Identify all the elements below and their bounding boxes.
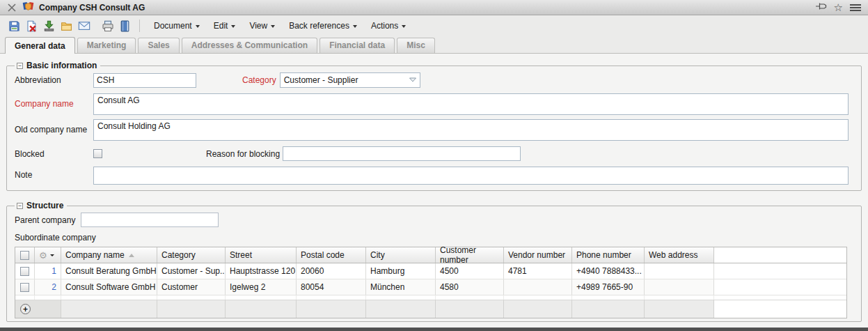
row-checkbox[interactable] (15, 279, 35, 295)
column-header-company-name[interactable]: Company name (61, 247, 157, 263)
column-header-phone-number[interactable]: Phone number (572, 247, 645, 263)
email-icon[interactable] (75, 17, 93, 34)
cell-company-name: Consult Software GmbH (61, 279, 157, 295)
cell-postal-code: 20060 (297, 263, 366, 279)
row-number-link[interactable]: 1 (35, 263, 61, 279)
favorite-star-icon[interactable]: ☆ (834, 3, 843, 13)
column-header-category[interactable]: Category (157, 247, 226, 263)
export-icon[interactable] (40, 17, 58, 34)
report-icon[interactable] (116, 17, 134, 34)
cell-phone-number: +4940 7888433... (572, 263, 645, 279)
column-header-web-address[interactable]: Web address (645, 247, 714, 263)
category-label: Category (242, 75, 276, 85)
old-company-name-field[interactable]: Consult Holding AG (93, 119, 849, 141)
cell-city: Hamburg (366, 263, 436, 279)
cell-street: Igelweg 2 (226, 279, 297, 295)
tab-addresses-communication[interactable]: Addresses & Communication (182, 38, 317, 53)
collapse-icon[interactable]: − (17, 63, 23, 69)
row-number-link[interactable]: 2 (35, 279, 61, 295)
note-field[interactable] (93, 167, 849, 185)
cell-company-name: Consult Beratung GmbH (61, 263, 157, 279)
tab-general-data[interactable]: General data (5, 37, 75, 54)
old-company-name-label: Old company name (15, 119, 93, 134)
structure-section: − Structure Parent company Subordinate c… (6, 201, 862, 322)
gear-icon: ⚙ (39, 251, 47, 260)
cell-web-address (645, 279, 714, 295)
chevron-down-icon (353, 25, 357, 28)
sort-ascending-icon (129, 254, 134, 257)
chevron-down-icon (402, 25, 406, 28)
blocked-checkbox[interactable] (93, 149, 102, 158)
cell-vendor-number (504, 279, 572, 295)
cell-category: Customer (157, 279, 226, 295)
cell-phone-number: +4989 7665-90 (572, 279, 645, 295)
parent-company-label: Parent company (15, 215, 81, 225)
subordinate-company-table: ⚙ Company name Category Street Postal co… (15, 247, 847, 318)
cell-category: Customer - Sup... (157, 263, 226, 279)
hamburger-menu-icon[interactable] (850, 3, 861, 13)
chevron-down-icon (271, 25, 275, 28)
select-all-checkbox[interactable] (15, 247, 35, 263)
dropdown-arrow-icon (409, 75, 417, 85)
table-header-row: ⚙ Company name Category Street Postal co… (15, 247, 846, 263)
save-icon[interactable] (6, 17, 23, 34)
menu-view[interactable]: View (242, 19, 282, 33)
category-dropdown[interactable]: Customer - Supplier (280, 72, 420, 88)
subordinate-company-label: Subordinate company (15, 233, 849, 243)
window-bottom-edge (0, 328, 868, 331)
company-name-field[interactable]: Consult AG (93, 93, 849, 115)
table-row[interactable]: 2 Consult Software GmbH Customer Igelweg… (15, 279, 846, 295)
tab-marketing[interactable]: Marketing (77, 38, 136, 53)
abbreviation-field[interactable] (93, 73, 196, 88)
company-name-label: Company name (15, 93, 93, 109)
open-folder-icon[interactable] (58, 17, 75, 34)
table-row[interactable]: 1 Consult Beratung GmbH Customer - Sup..… (15, 263, 846, 279)
close-icon[interactable] (7, 2, 17, 13)
column-header-postal-code[interactable]: Postal code (297, 247, 366, 263)
chevron-down-icon (196, 25, 200, 28)
tab-content-general-data: − Basic information Abbreviation Categor… (0, 54, 868, 322)
app-company-icon (22, 1, 34, 14)
structure-legend: − Structure (15, 201, 67, 210)
add-row-button[interactable]: + (20, 304, 31, 314)
chevron-down-icon (50, 254, 54, 256)
collapse-icon[interactable]: − (17, 203, 23, 209)
menu-back-references[interactable]: Back references (282, 19, 364, 33)
basic-information-legend: − Basic information (15, 61, 100, 70)
tab-financial-data[interactable]: Financial data (319, 38, 395, 53)
cell-web-address (645, 263, 714, 279)
blocked-label: Blocked (15, 149, 93, 159)
parent-company-field[interactable] (81, 213, 219, 227)
cell-customer-number: 4580 (436, 279, 504, 295)
pin-icon[interactable] (815, 1, 827, 13)
tab-sales[interactable]: Sales (138, 38, 179, 53)
cell-vendor-number: 4781 (504, 263, 572, 279)
window-title: Company CSH Consult AG (39, 3, 145, 13)
toolbar: Document Edit View Back references Actio… (0, 15, 868, 36)
delete-document-icon[interactable] (23, 17, 40, 34)
window-titlebar: Company CSH Consult AG ☆ (0, 0, 868, 15)
cell-postal-code: 80054 (297, 279, 366, 295)
reason-for-blocking-field[interactable] (283, 146, 521, 161)
menu-edit[interactable]: Edit (207, 19, 243, 33)
column-header-customer-number[interactable]: Customer number (436, 247, 504, 263)
menu-document[interactable]: Document (147, 19, 207, 33)
print-icon[interactable] (99, 17, 116, 34)
tab-misc[interactable]: Misc (397, 38, 435, 53)
basic-information-section: − Basic information Abbreviation Categor… (6, 61, 862, 191)
column-header-street[interactable]: Street (226, 247, 297, 263)
abbreviation-label: Abbreviation (15, 75, 93, 85)
cell-city: München (366, 279, 436, 295)
note-label: Note (15, 167, 93, 180)
menu-actions[interactable]: Actions (364, 19, 413, 33)
toolbar-separator (139, 20, 140, 32)
column-header-vendor-number[interactable]: Vendor number (504, 247, 572, 263)
cell-customer-number: 4500 (436, 263, 504, 279)
chevron-down-icon (231, 25, 235, 28)
column-settings-button[interactable]: ⚙ (35, 247, 61, 263)
reason-for-blocking-label: Reason for blocking (206, 149, 280, 159)
cell-street: Hauptstrasse 120 (226, 263, 297, 279)
row-checkbox[interactable] (15, 263, 35, 279)
column-header-city[interactable]: City (366, 247, 436, 263)
tab-bar: General data Marketing Sales Addresses &… (0, 36, 868, 54)
